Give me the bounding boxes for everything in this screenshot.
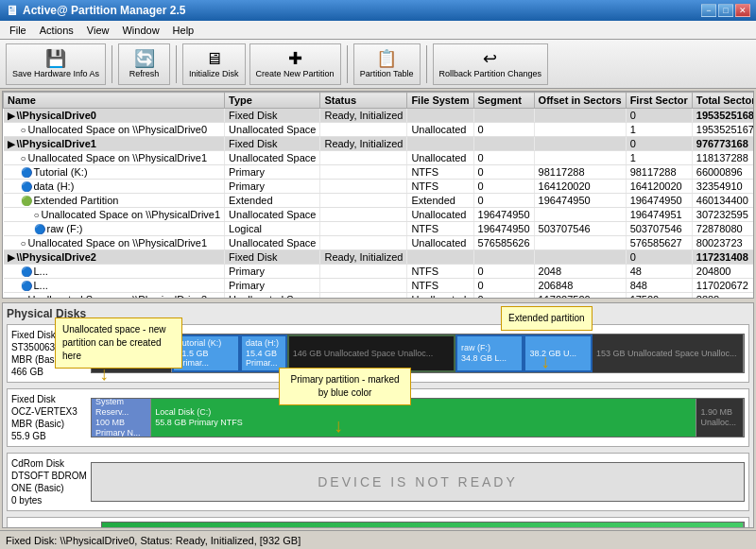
- part-table-icon: 📋: [376, 50, 397, 67]
- partition-table: Name Type Status File System Segment Off…: [3, 92, 754, 299]
- cell-status: [320, 194, 407, 208]
- refresh-button[interactable]: 🔄 Refresh: [118, 43, 170, 85]
- table-row[interactable]: 🔵L... Primary NTFS 0 206848 848 11702067…: [4, 279, 755, 293]
- arrow-primary: ↓: [334, 415, 343, 437]
- table-row[interactable]: ○Unallocated Space on \\PhysicalDrive3 U…: [4, 293, 755, 300]
- table-row[interactable]: 🔵Tutorial (K:) Primary NTFS 0 98117288 9…: [4, 165, 755, 180]
- cell-total: 460134400: [692, 194, 754, 208]
- table-row[interactable]: ○Unallocated Space on \\PhysicalDrive1 U…: [4, 208, 755, 222]
- toolbar-sep-2: [176, 45, 177, 83]
- cell-first: 164120020: [626, 180, 692, 194]
- cell-type: Primary: [225, 279, 320, 293]
- table-row[interactable]: 🔵raw (F:) Logical NTFS 196474950 5037075…: [4, 222, 755, 236]
- table-row[interactable]: 🟢Extended Partition Extended Extended 0 …: [4, 194, 755, 208]
- disk1-part-sysreserve[interactable]: System Reserv... 100 MB Primary N...: [92, 399, 151, 437]
- cell-offset: [534, 123, 626, 137]
- disk1-part-c[interactable]: Local Disk (C:) 55.8 GB Primary NTFS: [151, 399, 696, 437]
- table-row[interactable]: ▶\\PhysicalDrive2 Fixed Disk Ready, Init…: [4, 250, 755, 265]
- cell-total: 66000896: [692, 165, 754, 180]
- menu-bar: File Actions View Window Help: [0, 21, 756, 40]
- table-row[interactable]: 🔵data (H:) Primary NTFS 0 164120020 1641…: [4, 180, 755, 194]
- disk0-part-unalloc2[interactable]: 146 GB Unallocated Space Unalloc...: [287, 335, 455, 372]
- cell-seg: 0: [473, 180, 534, 194]
- init-disk-icon: 🖥: [205, 50, 222, 67]
- menu-view[interactable]: View: [81, 23, 115, 38]
- menu-actions[interactable]: Actions: [34, 23, 79, 38]
- table-row[interactable]: ○Unallocated Space on \\PhysicalDrive0 U…: [4, 123, 755, 137]
- save-hw-icon: 💾: [45, 50, 66, 67]
- cell-offset: 98117288: [534, 165, 626, 180]
- menu-file[interactable]: File: [4, 23, 32, 38]
- menu-window[interactable]: Window: [116, 23, 164, 38]
- cell-seg: 0: [473, 123, 534, 137]
- tooltip-extended-text: Extended partition: [508, 313, 585, 323]
- disk1-model: OCZ-VERTEX3: [11, 405, 87, 418]
- cell-status: [320, 265, 407, 279]
- refresh-icon: 🔄: [134, 50, 155, 67]
- tooltip-primary: Primary partition - marked by blue color: [279, 368, 411, 405]
- maximize-button[interactable]: □: [718, 4, 733, 17]
- cell-name: ○Unallocated Space on \\PhysicalDrive1: [4, 151, 225, 165]
- disk-visual-3: [101, 522, 745, 528]
- col-type: Type: [225, 93, 320, 109]
- tooltip-extended: Extended partition: [501, 306, 593, 331]
- cell-offset: [534, 250, 626, 265]
- table-row[interactable]: ○Unallocated Space on \\PhysicalDrive1 U…: [4, 151, 755, 165]
- title-bar: 🖥 Active@ Partition Manager 2.5 − □ ✕: [0, 0, 756, 21]
- table-header-row: Name Type Status File System Segment Off…: [4, 93, 755, 109]
- cell-offset: [534, 109, 626, 123]
- cell-offset: [534, 208, 626, 222]
- disk-row-3: CdRom Disk DTSOFT_BDROM...: [7, 517, 749, 528]
- cell-total: 118137288: [692, 151, 754, 165]
- table-row[interactable]: ▶\\PhysicalDrive0 Fixed Disk Ready, Init…: [4, 109, 755, 123]
- cell-fs: [407, 250, 473, 265]
- cell-seg: [473, 250, 534, 265]
- disk0-part-raw[interactable]: raw (F:) 34.8 GB L...: [455, 335, 524, 372]
- rollback-button[interactable]: ↩ Rollback Partition Changes: [433, 43, 549, 85]
- cell-offset: [534, 151, 626, 165]
- disk1-part-unalloc[interactable]: 1.90 MB Unalloc...: [696, 399, 744, 437]
- cell-seg: 0: [473, 265, 534, 279]
- cell-status: [320, 165, 407, 180]
- save-hw-label: Save Hardware Info As: [12, 69, 99, 78]
- cell-first: 0: [626, 109, 692, 123]
- cell-first: 848: [626, 279, 692, 293]
- cell-offset: 206848: [534, 279, 626, 293]
- cell-type: Extended: [225, 194, 320, 208]
- status-bar: Fixed Disk: \\PhysicalDrive0, Status: Re…: [0, 530, 756, 549]
- table-row[interactable]: ○Unallocated Space on \\PhysicalDrive1 U…: [4, 236, 755, 250]
- minimize-button[interactable]: −: [701, 4, 716, 17]
- create-part-label: Create New Partition: [256, 69, 335, 78]
- cell-offset: 2048: [534, 265, 626, 279]
- cell-status: Ready, Initialized: [320, 137, 407, 151]
- cell-seg: 576585626: [473, 236, 534, 250]
- table-row[interactable]: 🔵L... Primary NTFS 0 2048 48 204800 100 …: [4, 265, 755, 279]
- cell-total: 1953525167: [692, 123, 754, 137]
- cell-name: ○Unallocated Space on \\PhysicalDrive1: [4, 208, 225, 222]
- part-table-button[interactable]: 📋 Partition Table: [353, 43, 421, 85]
- table-row[interactable]: ▶\\PhysicalDrive1 Fixed Disk Ready, Init…: [4, 137, 755, 151]
- cell-seg: 0: [473, 293, 534, 300]
- cell-fs: NTFS: [407, 180, 473, 194]
- disk0-part-data[interactable]: data (H:) 15.4 GB Primar...: [240, 335, 287, 372]
- col-fs: File System: [407, 93, 473, 109]
- cell-fs: Unallocated: [407, 151, 473, 165]
- cell-first: 576585627: [626, 236, 692, 250]
- cell-name: 🔵L...: [4, 279, 225, 293]
- cell-type: Unallocated Space: [225, 236, 320, 250]
- menu-help[interactable]: Help: [167, 23, 200, 38]
- disk0-part-unalloc3[interactable]: 153 GB Unallocated Space Unalloc...: [593, 335, 744, 372]
- disk0-part-38[interactable]: 38.2 GB U...: [524, 335, 592, 372]
- cell-status: [320, 208, 407, 222]
- cell-name: ○Unallocated Space on \\PhysicalDrive3: [4, 293, 225, 300]
- cell-type: Fixed Disk: [225, 250, 320, 265]
- close-button[interactable]: ✕: [735, 4, 750, 17]
- cell-seg: 196474950: [473, 208, 534, 222]
- part-table-label: Partition Table: [360, 69, 414, 78]
- init-disk-button[interactable]: 🖥 Initialize Disk: [182, 43, 246, 85]
- disk3-part-bar[interactable]: [102, 523, 744, 528]
- create-part-button[interactable]: ✚ Create New Partition: [249, 43, 341, 85]
- save-hw-button[interactable]: 💾 Save Hardware Info As: [6, 43, 106, 85]
- disk2-not-ready: DEVICE IS NOT READY: [318, 474, 518, 489]
- disk-visual-1: System Reserv... 100 MB Primary N... Loc…: [91, 398, 745, 437]
